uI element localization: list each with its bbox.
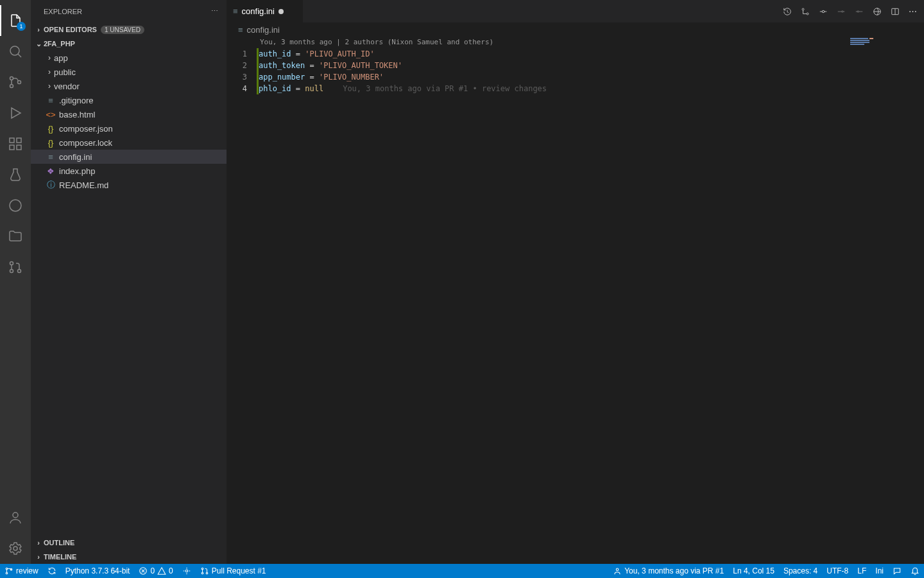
svg-rect-4 <box>10 138 14 143</box>
folder-icon[interactable] <box>0 221 31 252</box>
more-actions-icon[interactable]: ⋯ <box>909 6 918 16</box>
settings-file-icon: ≡ <box>238 25 243 35</box>
breadcrumb-item: config.ini <box>247 25 280 35</box>
history-icon[interactable] <box>783 7 792 16</box>
file-row[interactable]: {}composer.lock <box>31 136 227 150</box>
svg-point-13 <box>13 547 17 550</box>
status-live-share[interactable] <box>178 564 196 578</box>
status-sync[interactable] <box>43 564 61 578</box>
settings-file-icon: ≡ <box>45 96 56 105</box>
status-problems[interactable]: 0 0 <box>134 564 177 578</box>
sidebar-title: EXPLORER <box>44 8 82 15</box>
status-feedback-icon[interactable] <box>888 564 906 578</box>
status-bell-icon[interactable] <box>906 564 924 578</box>
svg-point-1 <box>10 77 13 80</box>
source-control-icon[interactable] <box>0 67 31 98</box>
svg-point-3 <box>18 81 21 84</box>
svg-point-17 <box>842 10 843 12</box>
status-bar: review Python 3.7.3 64-bit 0 0 Pull Requ… <box>0 564 924 578</box>
folder-row[interactable]: ›public <box>31 65 227 79</box>
svg-point-9 <box>10 262 13 265</box>
status-eol[interactable]: LF <box>853 564 871 578</box>
commit-node-icon[interactable] <box>819 7 828 16</box>
svg-point-22 <box>6 572 8 574</box>
minimap[interactable] <box>847 37 924 564</box>
settings-file-icon: ≡ <box>45 152 56 162</box>
inline-blame: You, 3 months ago via PR #1 • review cha… <box>343 84 547 93</box>
svg-point-16 <box>822 10 825 13</box>
svg-point-11 <box>18 270 21 273</box>
editor-group: ≡ config.ini ⋯ ≡ config.ini 1 2 <box>227 0 924 564</box>
prev-change-icon[interactable] <box>837 7 846 16</box>
open-preview-icon[interactable] <box>873 7 882 16</box>
status-python[interactable]: Python 3.7.3 64-bit <box>61 564 135 578</box>
tab-bar: ≡ config.ini ⋯ <box>227 0 924 22</box>
explorer-icon[interactable]: 1 <box>0 5 31 36</box>
svg-point-29 <box>616 568 619 571</box>
svg-point-18 <box>857 10 859 12</box>
json-file-icon: {} <box>45 138 56 148</box>
svg-point-25 <box>185 570 188 572</box>
explorer-badge: 1 <box>17 22 26 31</box>
next-change-icon[interactable] <box>855 7 864 16</box>
svg-point-14 <box>802 8 804 10</box>
search-icon[interactable] <box>0 36 31 67</box>
file-row[interactable]: {}composer.json <box>31 121 227 136</box>
project-name: 2FA_PHP <box>44 40 75 48</box>
outline-header[interactable]: ›OUTLINE <box>31 536 227 550</box>
settings-gear-icon[interactable] <box>0 533 31 564</box>
status-lncol[interactable]: Ln 4, Col 15 <box>728 564 779 578</box>
status-pull-request[interactable]: Pull Request #1 <box>196 564 271 578</box>
dirty-indicator-icon <box>278 9 284 14</box>
file-row[interactable]: ≡.gitignore <box>31 93 227 107</box>
info-file-icon: ⓘ <box>45 179 56 191</box>
project-header[interactable]: ⌄ 2FA_PHP <box>31 37 227 51</box>
file-row[interactable]: ⓘREADME.md <box>31 178 227 192</box>
compare-icon[interactable] <box>801 7 810 16</box>
file-row[interactable]: ❖index.php <box>31 164 227 178</box>
breadcrumbs[interactable]: ≡ config.ini <box>227 22 924 37</box>
line-gutter: 1 2 3 4 <box>227 37 259 564</box>
svg-point-10 <box>10 270 13 273</box>
folder-row[interactable]: ›vendor <box>31 79 227 93</box>
sidebar: EXPLORER ⋯ › OPEN EDITORS 1 UNSAVED ⌄ 2F… <box>31 0 227 564</box>
file-row[interactable]: <>base.html <box>31 107 227 121</box>
open-editors-header[interactable]: › OPEN EDITORS 1 UNSAVED <box>31 22 227 37</box>
open-editors-label: OPEN EDITORS <box>44 26 97 33</box>
run-debug-icon[interactable] <box>0 98 31 128</box>
file-row[interactable]: ≡config.ini <box>31 150 227 164</box>
folder-row[interactable]: ›app <box>31 51 227 65</box>
svg-point-21 <box>6 568 8 570</box>
settings-file-icon: ≡ <box>233 6 238 16</box>
status-encoding[interactable]: UTF-8 <box>822 564 853 578</box>
tab-actions: ⋯ <box>776 0 924 22</box>
extensions-icon[interactable] <box>0 128 31 159</box>
svg-rect-7 <box>17 138 21 143</box>
svg-point-12 <box>13 512 18 518</box>
svg-point-27 <box>201 572 203 574</box>
svg-point-26 <box>201 568 203 570</box>
sidebar-more-icon[interactable]: ⋯ <box>211 7 219 15</box>
svg-rect-6 <box>17 145 21 150</box>
unsaved-badge: 1 UNSAVED <box>101 26 144 34</box>
accounts-icon[interactable] <box>0 502 31 533</box>
split-editor-icon[interactable] <box>891 7 900 16</box>
activity-bar: 1 <box>0 0 31 564</box>
codelens-authors[interactable]: You, 3 months ago | 2 authors (Nixon Sam… <box>259 37 924 48</box>
svg-point-2 <box>10 85 13 88</box>
github-icon[interactable] <box>0 190 31 221</box>
status-branch[interactable]: review <box>0 564 43 578</box>
file-tree: ›app ›public ›vendor ≡.gitignore <>base.… <box>31 51 227 536</box>
svg-point-0 <box>10 46 19 55</box>
tab-label: config.ini <box>242 6 275 16</box>
status-language[interactable]: Ini <box>871 564 888 578</box>
json-file-icon: {} <box>45 124 56 134</box>
status-spaces[interactable]: Spaces: 4 <box>779 564 822 578</box>
status-blame[interactable]: You, 3 months ago via PR #1 <box>608 564 728 578</box>
tab-config-ini[interactable]: ≡ config.ini <box>227 0 304 22</box>
editor-body[interactable]: 1 2 3 4 You, 3 months ago | 2 authors (N… <box>227 37 924 564</box>
pull-request-icon[interactable] <box>0 252 31 283</box>
timeline-header[interactable]: ›TIMELINE <box>31 550 227 564</box>
testing-icon[interactable] <box>0 159 31 190</box>
code-area[interactable]: You, 3 months ago | 2 authors (Nixon Sam… <box>259 37 924 564</box>
